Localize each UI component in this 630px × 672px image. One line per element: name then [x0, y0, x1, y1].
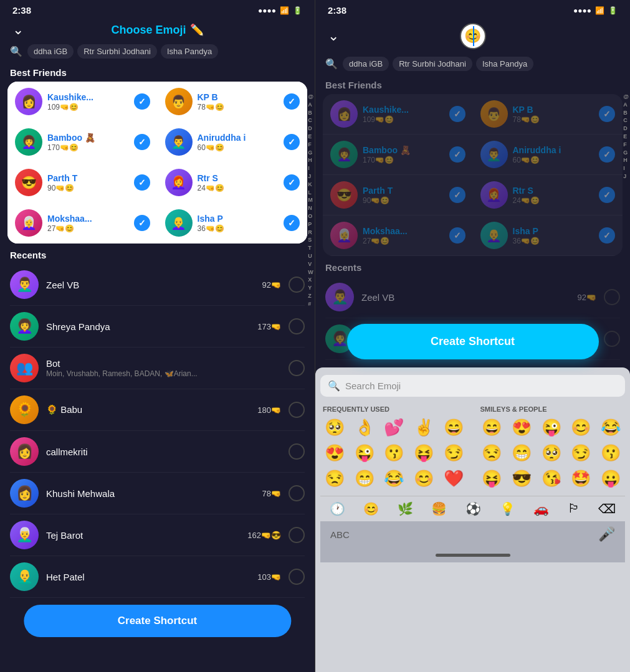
create-shortcut-button-left[interactable]: Create Shortcut — [24, 605, 291, 637]
best-friends-label-right: Best Friends — [315, 73, 630, 94]
chip-r-2[interactable]: Rtr Surbhi Jodhani — [393, 57, 472, 71]
friend-card-7[interactable]: 👩‍🦲 Isha P 36🤜😊 — [158, 203, 308, 244]
cat-food[interactable]: 🍔 — [431, 501, 447, 516]
friend-avatar-0: 👩 — [15, 88, 42, 115]
emoji-cell[interactable]: 😛 — [596, 466, 625, 491]
chip-3[interactable]: Isha Pandya — [161, 44, 218, 59]
emoji-cell[interactable]: 😜 — [537, 415, 566, 440]
emoji-cell[interactable]: 😘 — [537, 466, 566, 491]
emoji-cell[interactable]: 🥺 — [537, 441, 566, 465]
emoji-search-bar[interactable]: 🔍 Search Emoji — [320, 375, 625, 397]
emoji-cell[interactable]: 😊 — [409, 466, 438, 491]
selected-emoji-avatar[interactable]: 😊 — [460, 23, 486, 49]
friend-card-2[interactable]: 👩‍🦱 Bamboo 🧸 170🤜😊 — [7, 122, 158, 163]
emoji-cell[interactable]: 😏 — [439, 441, 468, 465]
friend-card-5[interactable]: 👩‍🦰 Rtr S 24🤜😊 — [158, 163, 308, 203]
recent-item-5[interactable]: 👩 Khushi Mehwala 78🤜 — [10, 473, 305, 514]
emoji-cell[interactable]: 😄 — [478, 415, 507, 440]
recent-item-4[interactable]: 👩 callmekriti — [10, 431, 305, 473]
emoji-cell[interactable]: 😜 — [350, 441, 379, 465]
emoji-cell[interactable]: 😗 — [379, 441, 408, 465]
back-button-left[interactable]: ⌄ — [12, 22, 24, 38]
cat-time[interactable]: 🕐 — [330, 501, 345, 516]
emoji-cell[interactable]: 😏 — [567, 441, 596, 465]
emoji-cell[interactable]: 💕 — [379, 415, 408, 440]
cat-activity[interactable]: ⚽ — [465, 501, 481, 516]
emoji-picker[interactable]: 🔍 Search Emoji FREQUENTLY USED 🥺👌💕✌️😄😍😜😗… — [315, 367, 630, 672]
edit-icon[interactable]: ✏️ — [190, 23, 204, 37]
emoji-cell[interactable]: 🥺 — [320, 415, 349, 440]
emoji-cell[interactable]: 😊 — [567, 415, 596, 440]
emoji-cell[interactable]: 😝 — [478, 466, 507, 491]
cat-smileys[interactable]: 😊 — [363, 501, 379, 516]
status-bar-left: 2:38 ●●●● 📶 🔋 — [0, 0, 315, 18]
chip-r-1[interactable]: ddha iGB — [343, 57, 389, 71]
recent-item-2[interactable]: 👥 Bot Moin, Vrushabh, Ramesh, BADAN, 🦋Ar… — [10, 348, 305, 389]
r-friend-score-7: 36🤜😊 — [513, 237, 594, 245]
check-3 — [284, 134, 300, 150]
emoji-cell[interactable]: 😂 — [596, 415, 625, 440]
emoji-cell[interactable]: 😄 — [439, 415, 468, 440]
r-friend-name-3: Aniruddha i — [513, 145, 594, 155]
emoji-cell[interactable]: 😗 — [596, 441, 625, 465]
friend-info-0: Kaushike... 109🤜😊 — [47, 92, 129, 111]
r-friend-card-3: 👨‍🦱 Aniruddha i 60🤜😊 — [473, 135, 623, 175]
recent-check-6[interactable] — [289, 527, 305, 543]
emoji-cell[interactable]: ❤️ — [439, 466, 468, 491]
emoji-cell[interactable]: 👌 — [350, 415, 379, 440]
friend-card-3[interactable]: 👨‍🦱 Aniruddha i 60🤜😊 — [158, 122, 308, 163]
cat-nature[interactable]: 🌿 — [398, 501, 413, 516]
create-shortcut-button-right[interactable]: Create Shortcut — [347, 324, 599, 359]
recent-item-0[interactable]: 👨‍🦱 Zeel VB 92🤜 — [10, 264, 305, 306]
recent-info-7: Het Patel — [46, 572, 250, 582]
recent-avatar-0: 👨‍🦱 — [10, 270, 39, 299]
recent-check-5[interactable] — [289, 485, 305, 501]
emoji-cell[interactable]: 😎 — [507, 466, 536, 491]
cat-objects[interactable]: 💡 — [500, 501, 515, 516]
mic-icon[interactable]: 🎤 — [598, 526, 615, 542]
r-friend-card-2: 👩‍🦱 Bamboo 🧸 170🤜😊 — [323, 135, 473, 175]
recent-check-4[interactable] — [289, 443, 305, 460]
emoji-cell[interactable]: 😒 — [478, 441, 507, 465]
recent-item-1[interactable]: 👩‍🦱 Shreya Pandya 173🤜 — [10, 306, 305, 348]
r-recent-check-1 — [604, 331, 620, 347]
r-friend-score-4: 90🤜😊 — [363, 196, 444, 205]
emoji-cell[interactable]: 😁 — [507, 441, 536, 465]
emoji-search-icon: 🔍 — [328, 380, 340, 392]
recent-item-6[interactable]: 👨‍🦳 Tej Barot 162🤜😎 — [10, 514, 305, 556]
recent-check-1[interactable] — [289, 318, 305, 334]
friend-card-4[interactable]: 😎 Parth T 90🤜😊 — [7, 163, 158, 203]
emoji-cell[interactable]: 😍 — [507, 415, 536, 440]
chip-1[interactable]: ddha iGB — [27, 44, 74, 59]
recent-item-3[interactable]: 🌻 🌻 Babu 180🤜 — [10, 389, 305, 431]
frequently-used-grid: 🥺👌💕✌️😄😍😜😗😝😏😒😁😂😊❤️ — [320, 415, 468, 491]
emoji-cell[interactable]: 🤩 — [567, 466, 596, 491]
emoji-cell[interactable]: ✌️ — [409, 415, 438, 440]
recent-check-3[interactable] — [289, 402, 305, 418]
search-bar-right[interactable]: 🔍 ddha iGB Rtr Surbhi Jodhani Isha Pandy… — [315, 54, 630, 73]
friend-card-1[interactable]: 👨 KP B 78🤜😊 — [158, 82, 308, 122]
emoji-cell[interactable]: 😝 — [409, 441, 438, 465]
emoji-cell[interactable]: 😍 — [320, 441, 349, 465]
emoji-categories-bar[interactable]: 🕐 😊 🌿 🍔 ⚽ 💡 🚗 🏳 ⌫ — [320, 496, 625, 521]
recent-check-2[interactable] — [289, 360, 305, 376]
friend-card-0[interactable]: 👩 Kaushike... 109🤜😊 — [7, 82, 158, 122]
alpha-index-left: @ A B C D E F G H I J K L M N O P R S T … — [308, 93, 313, 308]
cat-flags[interactable]: 🏳 — [568, 501, 580, 516]
recent-avatar-6: 👨‍🦳 — [10, 521, 39, 549]
chip-r-3[interactable]: Isha Pandya — [476, 57, 533, 71]
chip-2[interactable]: Rtr Surbhi Jodhani — [77, 44, 157, 59]
cat-travel[interactable]: 🚗 — [533, 501, 549, 516]
emoji-cell[interactable]: 😂 — [379, 466, 408, 491]
recent-item-7[interactable]: 👨‍🦲 Het Patel 103🤜 — [10, 556, 305, 598]
emoji-cell[interactable]: 😁 — [350, 466, 379, 491]
emoji-cell[interactable]: 😒 — [320, 466, 349, 491]
friend-name-6: Mokshaa... — [47, 214, 129, 224]
friend-card-6[interactable]: 👩‍🦳 Mokshaa... 27🤜😊 — [7, 203, 158, 244]
recent-check-7[interactable] — [289, 569, 305, 585]
recent-check-0[interactable] — [289, 277, 305, 293]
back-button-right[interactable]: ⌄ — [328, 28, 339, 44]
cat-delete[interactable]: ⌫ — [598, 501, 616, 516]
search-bar-left[interactable]: 🔍 ddha iGB Rtr Surbhi Jodhani Isha Pandy… — [0, 42, 315, 61]
friend-name-4: Parth T — [47, 173, 129, 183]
